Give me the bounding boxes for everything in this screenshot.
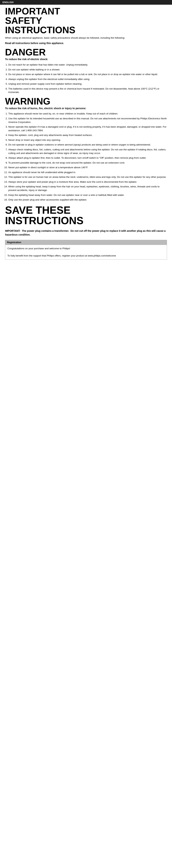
save-line1: SAVE THESE xyxy=(5,205,167,215)
list-item: Do not reach for an epilator that has fa… xyxy=(8,63,167,67)
list-item: Never put epilator in direct sunlight or… xyxy=(8,166,167,169)
main-title-line3: INSTRUCTIONS xyxy=(5,25,167,35)
list-item: This appliance should never be used by, … xyxy=(8,112,167,116)
list-item: An appliance should never be left unatte… xyxy=(8,170,167,174)
list-item: Never drop or insert any object into any… xyxy=(8,138,167,142)
list-item: To prevent possible damage to the cord, … xyxy=(8,161,167,165)
list-item: This epilator is for use on human hair o… xyxy=(8,175,167,179)
save-section: SAVE THESE INSTRUCTIONS xyxy=(5,205,167,226)
list-item: Keep the epilating head away from water.… xyxy=(8,193,167,197)
list-item: Do not use epilator while bathing or in … xyxy=(8,68,167,71)
list-item: Use this epilator for its intended house… xyxy=(8,117,167,124)
list-item: Do not operate or plug in epilator outdo… xyxy=(8,143,167,147)
registration-paragraph1: Congratulations on your purchase and wel… xyxy=(7,247,165,250)
list-item: Never operate this epilator if it has a … xyxy=(8,125,167,132)
warning-subtitle: To reduce the risk of burns, fire, elect… xyxy=(5,107,167,110)
list-item: When using the epilating head, keep it a… xyxy=(8,185,167,192)
registration-box: Registration Congratulations on your pur… xyxy=(5,240,167,260)
list-item: Unplug and remove power supply cord from… xyxy=(8,82,167,86)
registration-header: Registration xyxy=(5,240,167,245)
list-item: Keep the epilator, cord, plug and any at… xyxy=(8,133,167,137)
list-item: Always attach plug to epilator first, th… xyxy=(8,156,167,160)
read-all-statement: Read all instructions before using this … xyxy=(5,41,167,45)
content-area: IMPORTANT SAFETY INSTRUCTIONS When using… xyxy=(0,6,172,263)
language-header: ENGLISH xyxy=(0,0,172,5)
list-item: Always store your epilator and power plu… xyxy=(8,180,167,184)
list-item: The batteries used in this device may pr… xyxy=(8,87,167,94)
danger-title: DANGER xyxy=(5,48,167,57)
intro-text: When using an electrical appliance, basi… xyxy=(5,36,167,40)
list-item: Only use the power plug and other access… xyxy=(8,198,167,202)
main-title-line2: SAFETY xyxy=(5,16,167,25)
warning-title: WARNING xyxy=(5,97,167,106)
language-label: ENGLISH xyxy=(2,1,13,4)
list-item: Do not place or store an epilator where … xyxy=(8,72,167,76)
list-item: Always unplug this epilator from the ele… xyxy=(8,78,167,81)
main-title: IMPORTANT SAFETY INSTRUCTIONS xyxy=(5,6,167,35)
registration-paragraph2: To fully benefit from the support that P… xyxy=(7,254,165,257)
warning-list: This appliance should never be used by, … xyxy=(8,112,167,202)
danger-subtitle: To reduce the risk of electric shock: xyxy=(5,58,167,61)
danger-list: Do not reach for an epilator that has fa… xyxy=(8,63,167,94)
registration-content: Congratulations on your purchase and wel… xyxy=(5,245,167,259)
page: ENGLISH IMPORTANT SAFETY INSTRUCTIONS Wh… xyxy=(0,0,172,868)
save-line2: INSTRUCTIONS xyxy=(5,215,167,226)
important-note: IMPORTANT: The power plug contains a tra… xyxy=(5,229,167,237)
important-label: IMPORTANT: The power plug contains a tra… xyxy=(5,229,166,236)
main-title-line1: IMPORTANT xyxy=(5,6,167,16)
list-item: Always check rotating discs, foil, cutte… xyxy=(8,148,167,155)
